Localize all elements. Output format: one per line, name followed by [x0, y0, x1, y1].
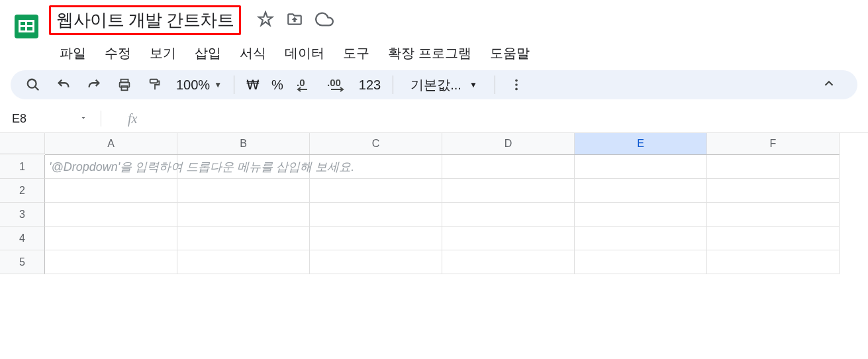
svg-point-18	[515, 83, 518, 86]
cell-D1[interactable]	[442, 155, 575, 179]
svg-point-7	[28, 79, 36, 88]
svg-line-8	[35, 87, 39, 91]
paint-format-icon[interactable]	[146, 76, 164, 94]
print-icon[interactable]	[115, 76, 134, 94]
cell-C2[interactable]	[310, 179, 442, 203]
svg-rect-12	[150, 79, 158, 83]
cell-F1[interactable]	[707, 155, 840, 179]
name-box[interactable]: E8	[7, 111, 66, 127]
cell-A4[interactable]	[45, 227, 177, 250]
divider	[393, 76, 393, 94]
menu-format[interactable]: 서식	[233, 42, 273, 65]
cell-F4[interactable]	[707, 227, 840, 250]
namebox-caret-icon[interactable]	[79, 113, 87, 125]
font-name: 기본값...	[410, 76, 461, 94]
menu-view[interactable]: 보기	[143, 42, 183, 65]
cell-E5[interactable]	[575, 250, 707, 274]
cell-E1[interactable]	[575, 155, 707, 179]
svg-text:.00: .00	[327, 77, 341, 88]
undo-icon[interactable]	[54, 76, 73, 94]
menubar: 파일 수정 보기 삽입 서식 데이터 도구 확장 프로그램 도움말	[49, 42, 857, 65]
svg-text:.0: .0	[297, 77, 305, 88]
select-all-corner[interactable]	[0, 133, 45, 154]
cell-E3[interactable]	[575, 203, 707, 227]
toolbar: 100% ▼ ₩ % .0 .00 123 기본값... ▼	[11, 70, 857, 99]
row-header-2[interactable]: 2	[0, 179, 45, 203]
column-header-E[interactable]: E	[575, 133, 707, 154]
svg-point-19	[515, 88, 518, 91]
cell-A5[interactable]	[45, 250, 177, 274]
column-header-B[interactable]: B	[177, 133, 310, 154]
currency-button[interactable]: ₩	[246, 77, 260, 93]
row-header-3[interactable]: 3	[0, 203, 45, 227]
menu-extensions[interactable]: 확장 프로그램	[381, 42, 478, 65]
menu-help[interactable]: 도움말	[483, 42, 536, 65]
cell-A2[interactable]	[45, 179, 177, 203]
row-header-1[interactable]: 1	[0, 155, 45, 179]
document-title[interactable]: 웹사이트 개발 간트차트	[49, 5, 241, 35]
column-header-F[interactable]: F	[707, 133, 840, 154]
cell-F3[interactable]	[707, 203, 840, 227]
formula-bar[interactable]	[150, 110, 861, 127]
cell-D4[interactable]	[442, 227, 575, 250]
cell-D3[interactable]	[442, 203, 575, 227]
cell-C3[interactable]	[310, 203, 442, 227]
redo-icon[interactable]	[85, 76, 103, 94]
cell-A1[interactable]: '@Dropdown'을 입력하여 드롭다운 메뉴를 삽입해 보세요.	[45, 155, 177, 179]
caret-down-icon: ▼	[214, 80, 222, 89]
cell-E2[interactable]	[575, 179, 707, 203]
percent-button[interactable]: %	[271, 77, 283, 93]
cell-F5[interactable]	[707, 250, 840, 274]
cell-C5[interactable]	[310, 250, 442, 274]
cell-A3[interactable]	[45, 203, 177, 227]
menu-tools[interactable]: 도구	[336, 42, 376, 65]
cell-B2[interactable]	[177, 179, 310, 203]
divider	[495, 76, 495, 94]
cloud-icon[interactable]	[315, 10, 334, 31]
row-header-4[interactable]: 4	[0, 227, 45, 250]
increase-decimal-button[interactable]: .00	[326, 76, 347, 94]
column-header-D[interactable]: D	[442, 133, 575, 154]
number-format-button[interactable]: 123	[359, 77, 381, 93]
cell-D5[interactable]	[442, 250, 575, 274]
divider	[101, 111, 101, 127]
cell-B4[interactable]	[177, 227, 310, 250]
sheets-logo[interactable]	[11, 5, 42, 48]
cell-C4[interactable]	[310, 227, 442, 250]
cell-B3[interactable]	[177, 203, 310, 227]
column-header-A[interactable]: A	[45, 133, 177, 154]
more-icon[interactable]	[507, 76, 526, 94]
collapse-toolbar-icon[interactable]	[814, 76, 844, 93]
divider	[234, 76, 234, 94]
svg-rect-6	[32, 20, 34, 32]
column-header-C[interactable]: C	[310, 133, 442, 154]
move-folder-icon[interactable]	[286, 11, 303, 30]
cell-B5[interactable]	[177, 250, 310, 274]
svg-rect-5	[25, 20, 27, 32]
zoom-value: 100%	[176, 77, 210, 93]
cell-D2[interactable]	[442, 179, 575, 203]
search-icon[interactable]	[24, 76, 42, 94]
decrease-decimal-button[interactable]: .0	[295, 76, 314, 94]
svg-point-17	[515, 79, 518, 82]
cell-E4[interactable]	[575, 227, 707, 250]
font-select[interactable]: 기본값... ▼	[405, 76, 483, 94]
svg-rect-4	[19, 20, 21, 32]
star-icon[interactable]	[257, 11, 274, 30]
menu-insert[interactable]: 삽입	[188, 42, 228, 65]
menu-edit[interactable]: 수정	[98, 42, 138, 65]
fx-icon: fx	[128, 111, 137, 127]
row-header-5[interactable]: 5	[0, 250, 45, 274]
menu-file[interactable]: 파일	[53, 42, 93, 65]
caret-down-icon: ▼	[469, 80, 477, 89]
cell-F2[interactable]	[707, 179, 840, 203]
zoom-select[interactable]: 100% ▼	[176, 77, 222, 93]
menu-data[interactable]: 데이터	[278, 42, 331, 65]
